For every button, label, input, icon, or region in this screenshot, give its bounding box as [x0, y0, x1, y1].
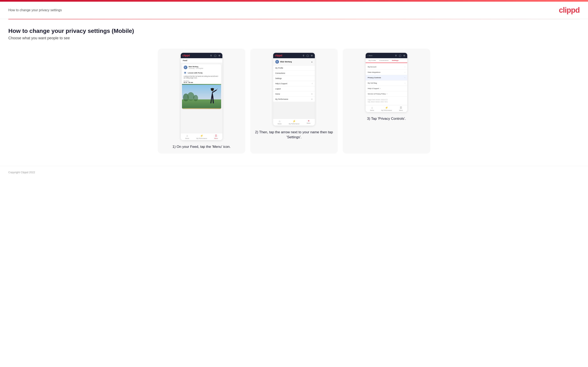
menu-avatar: B [275, 60, 279, 64]
tab-performance-1: ⚡ My Performance [196, 134, 207, 139]
post-username: Blair McHarg [189, 66, 203, 67]
copyright-text: Copyright Clippd 2022 [8, 171, 35, 174]
performance-icon-3: ⚡ [385, 106, 388, 109]
post-duration: Duration 01 hr : 30 min [182, 80, 221, 84]
feed-post: B Blair McHarg Yesterday · Sunningdale L… [182, 64, 221, 109]
feed-label: Feed [181, 58, 222, 63]
close-icon: ✕ [308, 120, 309, 122]
tab-menu-3: ☰ Menu [399, 106, 403, 111]
chevron-up-icon: ▲ [311, 61, 313, 63]
menu-item-profile: My Profile [273, 66, 315, 71]
post-user-info: Blair McHarg Yesterday · Sunningdale [189, 66, 203, 69]
feed-body: Feed B Blair McHarg Yesterday · Sunningd… [181, 58, 222, 133]
menu-user-info: B Blair McHarg [275, 60, 292, 64]
phone-icons-1: ⚲ ◯ ⚙ [209, 54, 221, 57]
svg-point-4 [187, 92, 194, 101]
phone-mockup-3: < Back ⚲ ◯ ⚙ My Profile Connections [366, 53, 407, 112]
step-1-card: clippd ⚲ ◯ ⚙ Feed B Blair McHarg [158, 49, 245, 153]
phone-tabbar-3: ⌂ Home ⚡ My Performance ☰ Menu [366, 105, 407, 112]
settings-item-privacy-policy: Service & Privacy Policy ↗ [366, 91, 407, 97]
external-link-icon: ↗ [311, 83, 313, 84]
step-3-caption: 3) Tap 'Privacy Controls'. [367, 116, 406, 121]
chevron-right-home: ▼ [311, 93, 313, 95]
logo: clippd [559, 6, 580, 15]
tab-home-2: ⌂ Home [277, 120, 282, 125]
menu-item-connections: Connections [273, 71, 315, 76]
tab-connections: Connections [378, 58, 390, 63]
profile-icon-3: ◯ [398, 54, 401, 57]
lesson-icon [184, 71, 187, 74]
step-2-card: clippd ⚲ ◯ ⚙ B Blair McHarg ▲ [250, 49, 338, 153]
post-duration-value: 01 hr : 30 min [184, 82, 193, 83]
chevron-integrations: › [405, 71, 405, 73]
step-3-card: < Back ⚲ ◯ ⚙ My Profile Connections [343, 49, 430, 153]
step-1-caption: 1) On your Feed, tap the 'Menu' icon. [173, 144, 231, 149]
footer: Copyright Clippd 2022 [0, 166, 588, 178]
help-support-label: Help & Support ↗ [368, 88, 381, 89]
tab-performance-3: ⚡ My Performance [381, 106, 392, 111]
phone-tabbar-1: ⌂ Home ⚡ My Performance ☰ Menu [181, 133, 222, 140]
header: How to change your privacy settings clip… [0, 2, 588, 19]
svg-point-7 [210, 88, 214, 90]
tab-home-3: ⌂ Home [370, 106, 374, 111]
menu-item-logout: Logout [273, 86, 315, 92]
menu-username: Blair McHarg [280, 61, 292, 63]
top-accent-bar [0, 0, 588, 2]
tab-performance-2: ⚡ My Performance [289, 120, 299, 125]
menu-icon: ☰ [215, 134, 217, 137]
settings-item-account: My Account › [366, 64, 407, 70]
version-line-2: GQL Server Version: 2022.7.30-1 [368, 101, 405, 103]
settings-icon: ⚙ [218, 54, 221, 57]
dropdown-menu: B Blair McHarg ▲ My Profile Connections … [273, 58, 315, 118]
settings-back-bar: < Back ⚲ ◯ ⚙ [366, 53, 407, 58]
tab-home-1: ⌂ Home [185, 134, 189, 139]
phone-logo-2: clippd [275, 54, 282, 57]
back-button: < Back [367, 55, 372, 57]
chevron-golfbag: › [405, 82, 405, 84]
post-date: Yesterday · Sunningdale [189, 67, 203, 69]
chevron-account: › [405, 66, 405, 68]
post-golf-image [182, 84, 221, 109]
settings-item-privacy: Privacy Controls › [366, 75, 407, 81]
search-icon-3: ⚲ [394, 54, 397, 57]
chevron-privacy: › [405, 77, 405, 79]
svg-point-5 [193, 95, 198, 101]
post-description: Looking to feel like my hands are exitin… [182, 75, 221, 80]
version-line-1: Clippd Client Version: 2022.8.3-3 [368, 99, 405, 101]
settings-item-integrations: Data Integrations › [366, 70, 407, 75]
home-icon: ⌂ [186, 134, 188, 137]
home-icon-3: ⌂ [371, 106, 373, 109]
phone-nav-1: clippd ⚲ ◯ ⚙ [181, 53, 222, 58]
home-icon-2: ⌂ [279, 120, 280, 123]
settings-icon-3: ⚙ [403, 54, 406, 57]
performance-icon: ⚡ [200, 134, 203, 137]
privacy-policy-label: Service & Privacy Policy ↗ [368, 93, 388, 95]
post-title: Lesson with Fordy [188, 72, 203, 74]
settings-list: My Account › Data Integrations › Privacy… [366, 64, 407, 97]
chevron-right-perf: ▼ [311, 98, 313, 100]
settings-icon-2: ⚙ [310, 54, 313, 57]
external-link-icon-privacy: ↗ [386, 93, 388, 95]
section-performance: My Performance ▼ [273, 97, 315, 102]
external-link-icon-help: ↗ [380, 88, 381, 89]
menu-item-settings: Settings [273, 76, 315, 81]
tab-myprofile: My Profile [367, 58, 378, 63]
step-2-caption: 2) Then, tap the arrow next to your name… [254, 130, 334, 140]
phone-icons-2: ⚲ ◯ ⚙ [302, 54, 313, 57]
section-home: Home ▼ [273, 92, 315, 97]
main-content: How to change your privacy settings (Mob… [0, 19, 588, 166]
svg-point-0 [184, 72, 186, 73]
menu-user-row: B Blair McHarg ▲ [273, 58, 315, 66]
post-title-row: Lesson with Fordy [182, 70, 221, 75]
settings-tabs: My Profile Connections Settings [366, 58, 407, 63]
phone-logo-1: clippd [182, 54, 190, 57]
phone-icons-3: ⚲ ◯ ⚙ [394, 54, 406, 57]
menu-item-help: Help & Support ↗ [273, 81, 315, 86]
performance-icon-2: ⚡ [293, 120, 296, 123]
steps-row: clippd ⚲ ◯ ⚙ Feed B Blair McHarg [8, 49, 580, 153]
tab-menu-1: ☰ Menu [214, 134, 218, 139]
profile-icon: ◯ [214, 54, 216, 57]
settings-item-help: Help & Support ↗ [366, 86, 407, 91]
settings-item-golfbag: My Golf Bag › [366, 81, 407, 86]
page-heading: How to change your privacy settings (Mob… [8, 28, 580, 34]
